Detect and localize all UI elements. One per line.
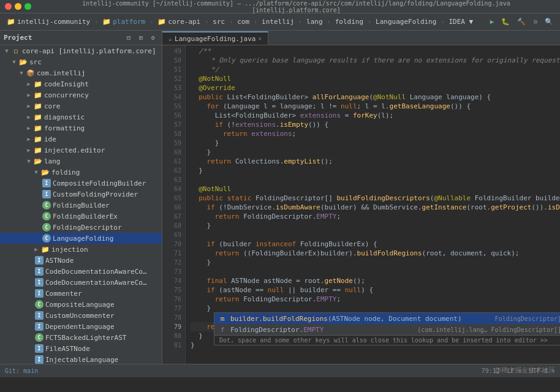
nav-build-button[interactable]: 🔨 — [514, 17, 529, 27]
sidebar-item-codeinsight[interactable]: ▶ 📁 codeInsight — [0, 78, 162, 89]
code-line-62: } — [191, 166, 560, 175]
sidebar-item-FoldingDescriptor[interactable]: C FoldingDescriptor — [0, 222, 162, 233]
code-line-49: /** — [191, 47, 560, 56]
sidebar-item-folding[interactable]: ▼ 📂 folding — [0, 167, 162, 178]
sidebar-item-formatting[interactable]: ▶ 📁 formatting — [0, 123, 162, 134]
package-icon: 📦 — [26, 68, 36, 78]
sidebar-settings-btn[interactable]: ⚙ — [148, 33, 158, 43]
sidebar-item-ASTNode[interactable]: I ASTNode — [0, 255, 162, 266]
ac-label-2: FoldingDescriptor.EMPTY — [230, 326, 414, 334]
ln-72: 72 — [162, 258, 185, 267]
nav-platform[interactable]: 📁 platform — [99, 17, 148, 28]
tree-label-fbex: FoldingBuilderEx — [53, 213, 118, 221]
nav-src[interactable]: src — [210, 17, 228, 27]
nav-core-api[interactable]: 📁 core-api — [154, 17, 203, 28]
tree-label-core: core — [44, 102, 61, 110]
class-icon-fbex: C — [42, 211, 51, 221]
folder-icon-3: 📁 — [157, 18, 166, 26]
sidebar-item-concurrency[interactable]: ▶ 📁 concurrency — [0, 89, 162, 100]
ln-50: 50 — [162, 56, 185, 65]
code-line-58: return extensions; — [191, 129, 560, 138]
code-line-77: } — [191, 304, 560, 313]
autocomplete-item-EMPTY[interactable]: f FoldingDescriptor.EMPTY (com.intellij.… — [214, 324, 560, 335]
nav-search-button[interactable]: 🔍 — [542, 17, 556, 27]
nav-intellij-community[interactable]: 📁 intellij-community — [4, 17, 93, 28]
close-button[interactable] — [5, 3, 12, 10]
nav-folding[interactable]: folding — [332, 17, 366, 27]
sidebar-item-lang[interactable]: ▼ 📂 lang — [0, 156, 162, 167]
class-icon-il: I — [34, 355, 44, 364]
tab-close-btn[interactable]: ✕ — [258, 36, 261, 42]
sidebar-item-core-api[interactable]: ▼ ◻ core-api [intellij.platform.core] — [0, 45, 162, 56]
sidebar-item-injection[interactable]: ▶ 📁 injection — [0, 244, 162, 255]
code-line-70: if (builder instanceof FoldingBuilderEx)… — [191, 239, 560, 249]
nav-src-label: src — [213, 18, 225, 26]
sidebar-item-FCTSBackedLighterAST[interactable]: C FCTSBackedLighterAST — [0, 332, 162, 343]
titlebar: intellij-community [~/intellij-community… — [0, 0, 560, 13]
sidebar-item-InjectableLanguage[interactable]: I InjectableLanguage — [0, 354, 162, 364]
ln-63: 63 — [162, 175, 185, 184]
nav-core-api-label: core-api — [168, 18, 200, 26]
tree-label-fd: FoldingDescriptor — [53, 224, 122, 232]
sidebar-expand-btn[interactable]: ⊞ — [136, 33, 146, 43]
expand-icon-ci: ▶ — [25, 80, 33, 88]
sidebar-item-CustomFoldingProvider[interactable]: I CustomFoldingProvider — [0, 189, 162, 200]
class-icon-custom: I — [42, 189, 51, 199]
sidebar-item-FoldingBuilder[interactable]: C FoldingBuilder — [0, 200, 162, 211]
sidebar-item-diagnostic[interactable]: ▶ 📁 diagnostic — [0, 111, 162, 123]
sidebar-tools: ⊟ ⊞ ⚙ — [124, 33, 158, 43]
sidebar-item-CodeDoc1[interactable]: I CodeDocumentationAwareCo… — [0, 266, 162, 277]
sidebar-item-CodeDoc2[interactable]: I CodeDocumentationAwareCo… — [0, 277, 162, 288]
maximize-button[interactable] — [25, 3, 31, 10]
navbar: 📁 intellij-community › 📁 platform › 📁 co… — [0, 13, 560, 31]
sidebar-item-ide[interactable]: ▶ 📁 ide — [0, 134, 162, 145]
sidebar-item-FoldingBuilderEx[interactable]: C FoldingBuilderEx — [0, 211, 162, 222]
java-file-icon: ☕ — [168, 36, 172, 42]
tab-languagefolding[interactable]: ☕ LanguageFolding.java ✕ — [162, 31, 268, 45]
nav-intellij[interactable]: intellij — [259, 17, 297, 27]
sidebar-item-FileASTNode[interactable]: I FileASTNode — [0, 343, 162, 354]
expand-icon-conc: ▶ — [25, 91, 33, 99]
nav-settings-button[interactable]: ⚙ — [530, 17, 540, 27]
code-line-55: for (Language l = language; l != null; l… — [191, 102, 560, 111]
sidebar-item-CompositeLanguage[interactable]: C CompositeLanguage — [0, 299, 162, 310]
sidebar-item-injected[interactable]: ▶ 📁 injected.editor — [0, 145, 162, 156]
nav-folding-label: folding — [335, 18, 363, 26]
code-line-50: * Only queries base language results if … — [191, 56, 560, 65]
autocomplete-item-buildFoldRegions[interactable]: m builder.buildFoldRegions(ASTNode node,… — [214, 313, 560, 324]
nav-sep-4: › — [229, 18, 233, 25]
nav-platform-label: platform — [113, 18, 145, 26]
ln-57: 57 — [162, 120, 185, 129]
class-icon-lf: C — [42, 233, 51, 243]
nav-debug-button[interactable]: 🐛 — [498, 17, 513, 27]
sidebar-item-Commenter[interactable]: I Commenter — [0, 288, 162, 299]
sidebar-collapse-btn[interactable]: ⊟ — [124, 33, 134, 43]
tree-label-src: src — [29, 58, 42, 66]
nav-lang[interactable]: lang — [303, 17, 326, 27]
nav-com[interactable]: com — [234, 17, 252, 27]
sidebar-item-DependentLanguage[interactable]: I DependentLanguage — [0, 321, 162, 332]
ln-73: 73 — [162, 267, 185, 276]
sidebar-item-CompositeFoldingBuilder[interactable]: I CompositeFoldingBuilder — [0, 178, 162, 189]
class-icon-fb: C — [42, 200, 51, 210]
tree-label-comm: Commenter — [45, 290, 82, 298]
minimize-button[interactable] — [15, 3, 21, 10]
nav-languagefolding[interactable]: LanguageFolding — [373, 17, 439, 27]
field-icon-2: f — [218, 325, 227, 334]
sidebar-item-CustomUncommenter[interactable]: I CustomUncommenter — [0, 310, 162, 321]
sidebar-item-com-intellij[interactable]: ▼ 📦 com.intellij — [0, 67, 162, 78]
nav-sep-3: › — [205, 18, 208, 25]
nav-idea[interactable]: IDEA ▼ — [445, 17, 476, 27]
nav-run-button[interactable]: ▶ — [487, 17, 498, 27]
code-line-60: } — [191, 148, 560, 157]
sidebar-item-core[interactable]: ▶ 📁 core — [0, 100, 162, 111]
sidebar-item-LanguageFolding[interactable]: C LanguageFolding — [0, 233, 162, 244]
tree-label-fb: FoldingBuilder — [53, 202, 110, 209]
code-content[interactable]: /** * Only queries base language results… — [186, 45, 560, 364]
class-icon-cd2: I — [34, 277, 44, 287]
ln-67: 67 — [162, 212, 185, 221]
folder-icon: 📁 — [7, 18, 15, 26]
code-editor[interactable]: 49 50 51 52 53 54 55 56 57 58 59 60 61 6… — [162, 45, 560, 364]
sidebar-item-src[interactable]: ▼ 📂 src — [0, 56, 162, 67]
ln-68: 68 — [162, 221, 185, 230]
